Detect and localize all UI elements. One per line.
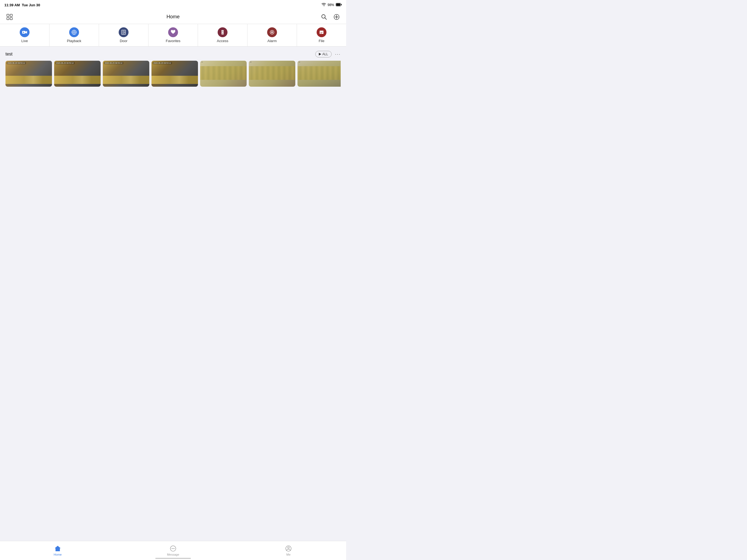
door-label: Door <box>120 39 127 43</box>
group-header: test ALL ··· <box>5 51 341 57</box>
header-right <box>319 13 341 21</box>
nav-item-access[interactable]: Access <box>198 24 248 46</box>
svg-rect-6 <box>10 18 12 20</box>
svg-rect-3 <box>7 14 9 17</box>
door-icon-bg <box>119 27 129 37</box>
camera-thumb-3[interactable]: 2020-06-29 08:53:12 <box>103 61 149 87</box>
play-all-button[interactable]: ALL <box>315 51 332 57</box>
playback-label: Playback <box>67 39 81 43</box>
file-label: File <box>319 39 325 43</box>
status-time-date: 11:39 AM Tue Jun 30 <box>4 3 40 7</box>
alarm-label: Alarm <box>267 39 277 43</box>
camera-thumb-4[interactable]: 2020-06-29 08:53:12 <box>152 61 198 87</box>
favorites-heart-icon <box>170 29 176 35</box>
play-all-label: ALL <box>323 52 328 56</box>
alarm-icon-bg <box>267 27 277 37</box>
svg-rect-1 <box>336 3 340 6</box>
live-label: Live <box>21 39 28 43</box>
svg-marker-36 <box>319 53 321 55</box>
page-title: Home <box>166 14 180 20</box>
header-left <box>5 13 27 21</box>
grid-button[interactable] <box>5 13 14 21</box>
svg-point-24 <box>124 32 125 32</box>
nav-item-favorites[interactable]: Favorites <box>149 24 198 46</box>
door-icon <box>121 29 126 35</box>
camera-thumb-7[interactable] <box>298 61 341 87</box>
battery-percentage: 98% <box>328 3 334 7</box>
camera-timestamp-6 <box>250 62 252 62</box>
file-icon <box>319 29 324 35</box>
add-button[interactable] <box>333 13 341 21</box>
camera-thumb-5[interactable] <box>200 61 247 87</box>
camera-timestamp-3: 2020-06-29 08:53:12 <box>104 62 123 64</box>
favorites-label: Favorites <box>166 39 180 43</box>
play-icon <box>319 53 321 55</box>
nav-item-alarm[interactable]: Alarm <box>248 24 297 46</box>
svg-rect-4 <box>10 14 12 17</box>
group-actions: ALL ··· <box>315 51 341 57</box>
camera-thumb-1[interactable]: 2020-06-29 08:53:12 <box>5 61 52 87</box>
camera-thumb-6[interactable] <box>249 61 295 87</box>
svg-rect-2 <box>341 4 342 5</box>
nav-item-file[interactable]: File <box>297 24 346 46</box>
access-icon <box>220 29 225 35</box>
live-camera-icon <box>22 29 27 35</box>
search-button[interactable] <box>320 13 328 21</box>
more-options-button[interactable]: ··· <box>335 51 341 57</box>
playback-icon <box>71 29 77 35</box>
alarm-icon <box>269 29 275 35</box>
wifi-icon <box>321 3 326 7</box>
svg-point-17 <box>74 32 75 33</box>
svg-marker-13 <box>25 31 27 34</box>
add-icon <box>334 14 340 20</box>
camera-timestamp-2: 2020-06-29 08:53:12 <box>55 62 75 64</box>
live-icon-bg <box>20 27 29 37</box>
status-right: 98% <box>321 3 342 7</box>
favorites-icon-bg <box>168 27 178 37</box>
svg-rect-33 <box>319 31 324 32</box>
camera-grid: 2020-06-29 08:53:12 2020-06-29 08:53:12 … <box>5 61 341 87</box>
access-icon-bg <box>217 27 228 37</box>
grid-icon <box>6 14 12 20</box>
svg-rect-28 <box>222 32 223 33</box>
status-bar: 11:39 AM Tue Jun 30 98% <box>0 0 346 10</box>
camera-timestamp-4: 2020-06-29 08:53:12 <box>153 62 172 64</box>
nav-item-door[interactable]: Door <box>99 24 149 46</box>
header: Home <box>0 10 346 24</box>
nav-item-live[interactable]: Live <box>0 24 50 46</box>
camera-timestamp-1: 2020-06-29 08:53:12 <box>6 62 26 64</box>
svg-rect-5 <box>7 18 9 20</box>
content-area: test ALL ··· 2020-06-29 08:53:12 2020-06… <box>0 47 346 91</box>
svg-point-31 <box>272 32 273 33</box>
nav-item-playback[interactable]: Playback <box>50 24 99 46</box>
svg-line-8 <box>325 18 327 19</box>
nav-menu: Live Playback Door <box>0 24 346 47</box>
battery-icon <box>336 3 342 7</box>
file-icon-bg <box>317 27 327 37</box>
svg-point-14 <box>23 32 24 33</box>
group-title: test <box>5 52 12 57</box>
camera-thumb-2[interactable]: 2020-06-29 08:53:12 <box>54 61 101 87</box>
camera-timestamp-7 <box>299 62 300 62</box>
access-label: Access <box>217 39 228 43</box>
playback-icon-bg <box>69 27 79 37</box>
search-icon <box>321 14 327 20</box>
camera-timestamp-5 <box>201 62 203 62</box>
